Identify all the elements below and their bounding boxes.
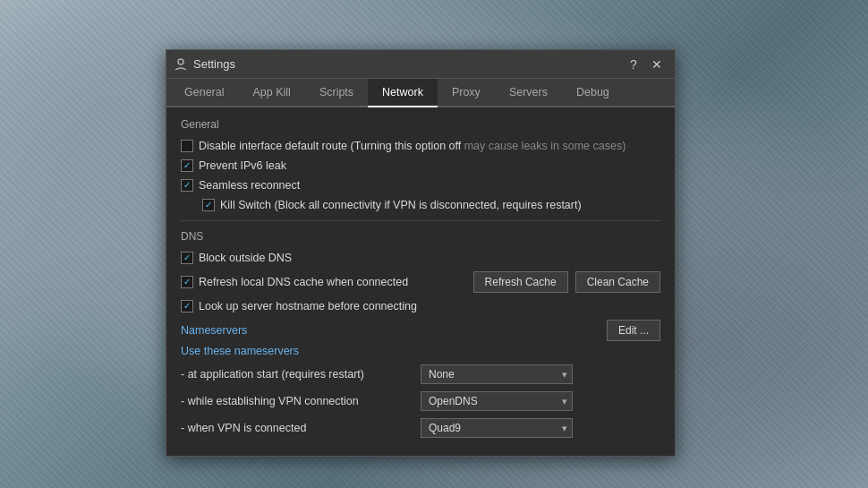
cache-buttons: Refresh Cache Clean Cache xyxy=(470,271,660,293)
dropdown-app-start-wrapper: None OpenDNS Quad9 Cloudflare Google xyxy=(421,364,573,384)
content-area: General Disable interface default route … xyxy=(166,107,675,456)
dns-section-title: DNS xyxy=(181,230,660,243)
tab-app-kill[interactable]: App Kill xyxy=(238,79,304,107)
lookup-server-checkbox[interactable] xyxy=(181,300,193,312)
kill-switch-checkbox[interactable] xyxy=(202,199,215,211)
general-section-title: General xyxy=(181,118,660,131)
tab-proxy[interactable]: Proxy xyxy=(438,79,495,107)
tab-network[interactable]: Network xyxy=(368,79,438,107)
prevent-ipv6-row: Prevent IPv6 leak xyxy=(181,159,660,172)
dropdown-app-start-row: - at application start (requires restart… xyxy=(181,364,660,384)
dropdown-vpn-connected-label: - when VPN is connected xyxy=(181,422,413,434)
dropdown-app-start[interactable]: None OpenDNS Quad9 Cloudflare Google xyxy=(421,364,573,384)
refresh-dns-left: Refresh local DNS cache when connected xyxy=(181,276,408,288)
tab-bar: General App Kill Scripts Network Proxy S… xyxy=(166,79,675,107)
tab-servers[interactable]: Servers xyxy=(495,79,562,107)
tab-scripts[interactable]: Scripts xyxy=(305,79,368,107)
close-button[interactable]: ✕ xyxy=(646,54,668,75)
dns-section: DNS Block outside DNS Refresh local DNS … xyxy=(181,230,660,438)
dropdown-vpn-connected-row: - when VPN is connected None OpenDNS Qua… xyxy=(181,418,660,438)
lookup-server-label: Look up server hostname before connectin… xyxy=(199,300,417,312)
svg-point-0 xyxy=(178,59,183,64)
seamless-reconnect-row: Seamless reconnect xyxy=(181,179,660,192)
kill-switch-row: Kill Switch (Block all connectivity if V… xyxy=(202,199,660,211)
tab-debug[interactable]: Debug xyxy=(562,79,624,107)
window-title: Settings xyxy=(193,57,621,71)
refresh-cache-button[interactable]: Refresh Cache xyxy=(473,271,568,293)
seamless-reconnect-label: Seamless reconnect xyxy=(199,179,300,192)
dropdown-vpn-connected[interactable]: None OpenDNS Quad9 Cloudflare Google xyxy=(421,418,573,438)
nameservers-label: Nameservers xyxy=(181,324,247,337)
titlebar: Settings ? ✕ xyxy=(166,50,675,79)
use-nameservers-label: Use these nameservers xyxy=(181,345,660,357)
block-outside-dns-row: Block outside DNS xyxy=(181,252,660,264)
dropdown-vpn-establishing-row: - while establishing VPN connection None… xyxy=(181,391,660,411)
disable-interface-checkbox[interactable] xyxy=(181,140,193,152)
refresh-dns-row: Refresh local DNS cache when connected R… xyxy=(181,271,660,293)
window-icon xyxy=(174,57,188,72)
tab-general[interactable]: General xyxy=(170,79,238,107)
general-section: General Disable interface default route … xyxy=(181,118,660,211)
seamless-reconnect-checkbox[interactable] xyxy=(181,179,193,192)
block-outside-dns-label: Block outside DNS xyxy=(199,252,292,264)
edit-nameservers-button[interactable]: Edit ... xyxy=(607,320,660,341)
prevent-ipv6-label: Prevent IPv6 leak xyxy=(199,159,286,172)
disable-interface-label: Disable interface default route (Turning… xyxy=(199,140,625,152)
dropdown-app-start-label: - at application start (requires restart… xyxy=(181,368,413,381)
help-button[interactable]: ? xyxy=(623,54,644,75)
divider-1 xyxy=(181,220,660,221)
refresh-local-dns-checkbox[interactable] xyxy=(181,276,193,288)
dropdown-vpn-establishing-wrapper: None OpenDNS Quad9 Cloudflare Google xyxy=(421,391,573,411)
dropdown-vpn-establishing[interactable]: None OpenDNS Quad9 Cloudflare Google xyxy=(421,391,573,411)
block-outside-dns-checkbox[interactable] xyxy=(181,252,193,264)
clean-cache-button[interactable]: Clean Cache xyxy=(575,271,660,293)
lookup-server-row: Look up server hostname before connectin… xyxy=(181,300,660,312)
prevent-ipv6-checkbox[interactable] xyxy=(181,159,193,172)
settings-window: Settings ? ✕ General App Kill Scripts Ne… xyxy=(166,49,676,457)
disable-interface-row: Disable interface default route (Turning… xyxy=(181,140,660,152)
nameservers-row: Nameservers Edit ... xyxy=(181,320,660,341)
dropdown-vpn-establishing-label: - while establishing VPN connection xyxy=(181,395,413,407)
dropdown-vpn-connected-wrapper: None OpenDNS Quad9 Cloudflare Google xyxy=(421,418,573,438)
kill-switch-label: Kill Switch (Block all connectivity if V… xyxy=(220,199,582,211)
refresh-local-dns-label: Refresh local DNS cache when connected xyxy=(199,276,408,288)
